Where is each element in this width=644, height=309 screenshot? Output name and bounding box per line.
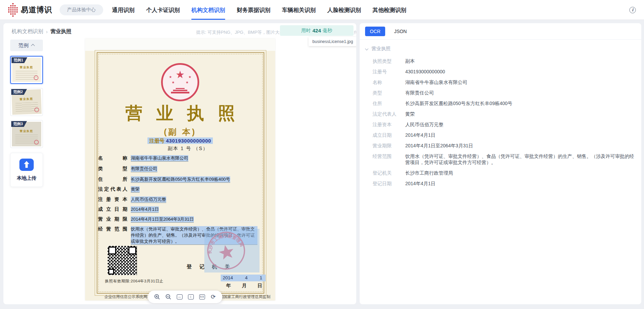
elapsed-unit: 毫秒 [323, 28, 332, 34]
nav-item-personal-card[interactable]: 个人卡证识别 [146, 0, 180, 20]
doc-field-label: 营业期限 [98, 216, 127, 222]
doc-validity-note: 换照有效期限:2064年3月31日止 [105, 279, 163, 284]
doc-field-address: 住所 长沙高新开发区麓松路050号东方红长丰09栋400号 [98, 176, 263, 183]
sample-item-2[interactable]: 范例2 营业执照 [10, 88, 43, 116]
thumb-title: 营业执照 [12, 97, 41, 102]
doc-field-value: 湖南省牛牛寨山泉水有限公司 [131, 155, 188, 162]
ocr-highlight-overlay [204, 229, 260, 273]
doc-unit-month: 月 [242, 283, 247, 289]
local-upload-button[interactable]: 本地上传 [10, 153, 43, 187]
field-label: 名称 [373, 79, 405, 85]
doc-field-type: 类型 有限责任公司 [98, 166, 263, 172]
zoom-in-icon [154, 294, 160, 300]
filename-tag: businessLicense1.jpg [309, 37, 356, 46]
actual-size-button[interactable]: 1:1 [198, 293, 206, 301]
one-to-one-icon: 1:1 [199, 294, 205, 299]
field-value: 长沙市工商行政管理局 [405, 170, 635, 176]
result-row-term: 营业期限 2014年4月1日至2064年3月31日 [373, 143, 635, 149]
field-label: 经营范围 [373, 153, 405, 159]
doc-field-label: 注册资本 [98, 196, 127, 203]
document-image[interactable]: ★ ★★★★ 营 业 执 照 (副 本) 注册号 430193000000000… [85, 39, 275, 300]
result-row-reg-date: 登记日期 2014年4月1日 [373, 180, 635, 187]
doc-title: 营 业 执 照 [85, 102, 275, 125]
sample-sidebar: 范例 范例1 营业执照 范例2 营业执照 范例3 营业执照 [10, 40, 43, 187]
field-label: 登记机关 [373, 170, 405, 176]
qr-code [108, 246, 137, 275]
breadcrumb-parent[interactable]: 机构文档识别 [12, 28, 43, 35]
nav-item-vehicle[interactable]: 车辆相关识别 [282, 0, 316, 20]
field-label: 类型 [373, 90, 405, 96]
doc-field-label: 类型 [98, 166, 127, 172]
app-logo: 易道博识 [8, 5, 52, 15]
result-row-license-type: 执照类型 副本 [373, 58, 635, 64]
thumb-seal-icon [34, 107, 39, 112]
zoom-in-button[interactable] [153, 293, 161, 301]
field-value: 人民币伍佰万元整 [405, 121, 635, 128]
thumb-title: 营业执照 [12, 65, 41, 69]
chevron-down-icon [365, 47, 368, 50]
field-value: 2014年4月1日 [405, 180, 635, 187]
elapsed-value: 424 [312, 28, 321, 33]
result-fields: 执照类型 副本 注册号 430193000000000 名称 湖南省牛牛寨山泉水… [360, 57, 641, 187]
doc-reg-line: 注册号 430193000000000 [85, 138, 275, 144]
elapsed-time-badge: 用时 424 毫秒 [280, 25, 354, 36]
nav-item-org-document[interactable]: 机构文档识别 [191, 0, 225, 20]
field-label: 执照类型 [373, 58, 405, 64]
field-value: 430193000000000 [405, 69, 635, 75]
info-icon[interactable] [629, 7, 636, 13]
field-label: 注册号 [373, 69, 405, 75]
fit-height-button[interactable]: ↕ [186, 293, 195, 301]
national-emblem-icon: ★ ★★★★ [161, 63, 199, 101]
samples-title: 范例 [18, 42, 29, 49]
doc-field-label: 名称 [98, 155, 127, 161]
field-label: 住所 [373, 100, 405, 106]
fit-width-button[interactable]: ↔ [175, 293, 184, 301]
doc-field-label: 住所 [98, 176, 127, 182]
doc-date-month: 4 [245, 275, 248, 281]
upload-icon [19, 159, 34, 171]
doc-unit-year: 年 [226, 283, 231, 289]
doc-field-value: 有限责任公司 [131, 166, 157, 172]
samples-collapse-header[interactable]: 范例 [10, 40, 43, 51]
doc-date-year: 2014 [223, 275, 233, 281]
field-value: 饮用水（凭许可证、审批文件经营）、食品（凭许可证、审批文件经营）的生产、销售。（… [405, 153, 635, 165]
doc-reg-label: 注册号 [149, 138, 164, 144]
nav-item-other-detect[interactable]: 其他检测识别 [373, 0, 406, 20]
thumb-seal-icon [34, 140, 39, 145]
result-section-title: 营业执照 [372, 46, 391, 52]
sample-item-3[interactable]: 范例3 营业执照 [10, 120, 43, 148]
workspace-panel: 机构文档识别 › 营业执照 提示: 可支持PNG、JPG、BMP等，图片大小须≤… [3, 23, 356, 304]
breadcrumb-separator-icon: › [46, 29, 48, 34]
main-nav: 通用识别 个人卡证识别 机构文档识别 财务票据识别 车辆相关识别 人脸检测识别 … [112, 0, 406, 20]
nav-item-face-detect[interactable]: 人脸检测识别 [327, 0, 361, 20]
result-section-header[interactable]: 营业执照 [360, 40, 641, 57]
zoom-out-icon [165, 294, 172, 300]
breadcrumb-current: 营业执照 [50, 28, 72, 35]
doc-unit-day: 日 [257, 283, 262, 289]
nav-item-financial-receipt[interactable]: 财务票据识别 [237, 0, 270, 20]
sample-item-1[interactable]: 范例1 营业执照 [10, 56, 43, 84]
tab-ocr[interactable]: OCR [365, 27, 385, 36]
rotate-button[interactable]: ⟳ [209, 293, 218, 301]
doc-field-value: 人民币伍佰万元整 [131, 196, 166, 203]
top-navbar: 易道博识 产品体验中心 通用识别 个人卡证识别 机构文档识别 财务票据识别 车辆… [0, 0, 644, 20]
nav-item-general[interactable]: 通用识别 [112, 0, 135, 20]
thumb-seal-icon [34, 75, 38, 80]
breadcrumb: 机构文档识别 › 营业执照 [12, 28, 72, 35]
field-label: 登记日期 [373, 180, 405, 187]
workspace-header: 机构文档识别 › 营业执照 提示: 可支持PNG、JPG、BMP等，图片大小须≤… [3, 23, 356, 39]
doc-field-name: 名称 湖南省牛牛寨山泉水有限公司 [98, 155, 263, 162]
zoom-out-button[interactable] [164, 293, 173, 301]
doc-field-value: 2014年4月1日 [131, 206, 159, 213]
result-panel: OCR JSON 营业执照 执照类型 副本 注册号 43019300000000… [360, 23, 641, 304]
doc-field-value: 2014年4月1日至2064年3月31日 [131, 216, 194, 223]
result-row-registrar: 登记机关 长沙市工商行政管理局 [373, 170, 635, 176]
tab-json[interactable]: JSON [391, 27, 409, 36]
field-value: 2014年4月1日 [405, 132, 635, 138]
elapsed-prefix: 用时 [301, 28, 311, 34]
doc-field-capital: 注册资本 人民币伍佰万元整 [98, 196, 263, 203]
result-row-establish-date: 成立日期 2014年4月1日 [373, 132, 635, 138]
result-row-business-scope: 经营范围 饮用水（凭许可证、审批文件经营）、食品（凭许可证、审批文件经营）的生产… [373, 153, 635, 165]
result-row-type: 类型 有限责任公司 [373, 90, 635, 96]
field-value: 湖南省牛牛寨山泉水有限公司 [405, 79, 635, 85]
